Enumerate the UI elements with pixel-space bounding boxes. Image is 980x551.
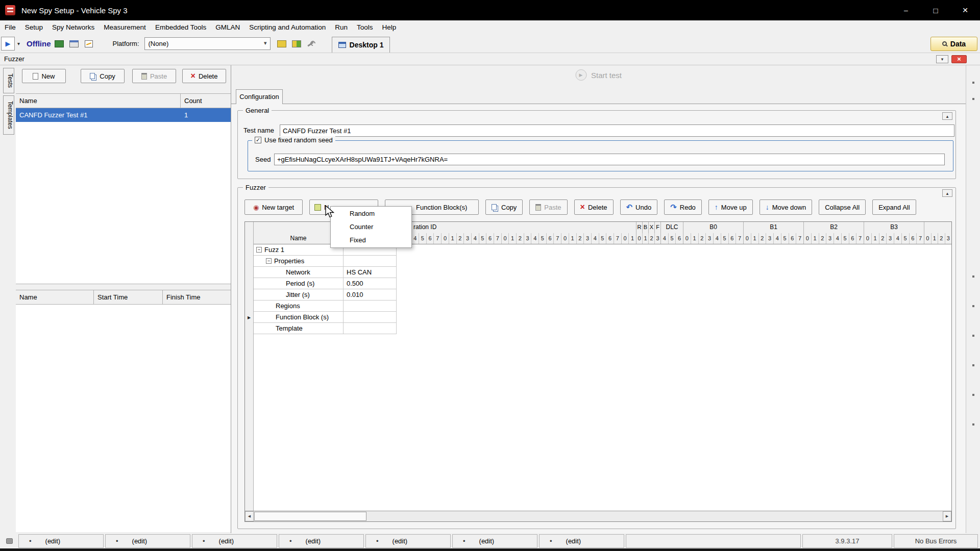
data-button[interactable]: Data bbox=[930, 37, 977, 51]
minimize-button[interactable] bbox=[891, 0, 921, 20]
redo-button[interactable]: Redo bbox=[664, 199, 702, 215]
status-edit-slot[interactable]: (edit) bbox=[18, 534, 104, 548]
menu-item-file[interactable]: File bbox=[0, 20, 20, 35]
row-label: Network bbox=[286, 268, 310, 276]
move-up-label: Move up bbox=[721, 204, 747, 211]
table-row[interactable]: Period (s) 0.500 bbox=[254, 278, 951, 289]
expand-all-button[interactable]: Expand All bbox=[872, 199, 916, 215]
menu-item-spy-networks[interactable]: Spy Networks bbox=[47, 20, 99, 35]
edit-label: (edit) bbox=[479, 537, 495, 545]
hardware-setup-button[interactable] bbox=[53, 37, 66, 51]
edit-setup-button[interactable] bbox=[82, 37, 95, 51]
table-row[interactable]: Function Block (s) bbox=[254, 312, 951, 323]
new-target-button[interactable]: New target bbox=[244, 199, 303, 215]
run-dropdown-button[interactable] bbox=[15, 37, 22, 51]
platform-select[interactable]: (None) bbox=[144, 37, 271, 50]
bit-index-cell: 1 bbox=[629, 233, 636, 244]
tree-collapse-toggle[interactable] bbox=[256, 247, 262, 253]
status-edit-slot[interactable]: (edit) bbox=[105, 534, 190, 548]
status-edit-slot[interactable]: (edit) bbox=[452, 534, 537, 548]
table-row-selected[interactable]: CANFD Fuzzer Test #1 1 bbox=[16, 108, 231, 122]
menu-item-scripting-and-automation[interactable]: Scripting and Automation bbox=[244, 20, 330, 35]
bit-index-cell: 3 bbox=[464, 233, 472, 244]
paste-button[interactable]: Paste bbox=[529, 199, 567, 215]
run-button[interactable] bbox=[1, 37, 15, 51]
menu-item-gmlan[interactable]: GMLAN bbox=[211, 20, 244, 35]
collapse-all-button[interactable]: Collapse All bbox=[819, 199, 866, 215]
use-fixed-random-seed-checkbox[interactable] bbox=[255, 137, 261, 143]
platform-setup-button[interactable] bbox=[275, 37, 288, 51]
table-row[interactable]: Properties bbox=[254, 256, 951, 267]
tab-desktop-1[interactable]: Desktop 1 bbox=[332, 37, 390, 53]
row-value-cell[interactable]: 0.010 bbox=[344, 289, 397, 300]
table-row[interactable]: Template bbox=[254, 323, 951, 334]
column-header-count[interactable]: Count bbox=[181, 94, 231, 108]
scroll-left-button[interactable] bbox=[245, 511, 254, 521]
bit-index-cell: 7 bbox=[917, 233, 924, 244]
scroll-thumb[interactable] bbox=[254, 512, 366, 521]
menu-item-measurement[interactable]: Measurement bbox=[99, 20, 151, 35]
row-value-cell[interactable] bbox=[344, 312, 397, 323]
table-row[interactable]: Regions bbox=[254, 300, 951, 312]
panel-title: Fuzzer bbox=[4, 55, 24, 63]
row-value-cell[interactable]: 0.500 bbox=[344, 278, 397, 289]
b2-bit-index-cells: 01234567 bbox=[804, 233, 864, 244]
status-edit-slot[interactable]: (edit) bbox=[539, 534, 624, 548]
panel-collapse-button[interactable] bbox=[936, 55, 948, 63]
tab-templates[interactable]: Templates bbox=[3, 95, 14, 135]
move-down-button[interactable]: Move down bbox=[760, 199, 812, 215]
menu-item-help[interactable]: Help bbox=[378, 20, 401, 35]
delete-test-button[interactable]: Delete bbox=[182, 69, 226, 83]
start-test-button[interactable]: Start test bbox=[575, 69, 622, 81]
bit-index-cell: 1 bbox=[691, 233, 699, 244]
row-value-cell[interactable] bbox=[344, 300, 397, 312]
status-edit-slot[interactable]: (edit) bbox=[279, 534, 364, 548]
row-value-cell[interactable]: HS CAN bbox=[344, 267, 397, 278]
status-edit-slot[interactable]: (edit) bbox=[192, 534, 277, 548]
test-name-input[interactable] bbox=[280, 124, 954, 137]
row-value-cell[interactable] bbox=[344, 323, 397, 334]
menu-item-run[interactable]: Run bbox=[330, 20, 352, 35]
general-collapse-button[interactable] bbox=[942, 112, 952, 120]
tab-configuration[interactable]: Configuration bbox=[236, 89, 283, 104]
menu-item-tools[interactable]: Tools bbox=[352, 20, 378, 35]
undo-button[interactable]: Undo bbox=[620, 199, 658, 215]
flag-bit-index-cells: 0123 bbox=[636, 233, 661, 244]
column-header-start-time[interactable]: Start Time bbox=[94, 290, 163, 304]
column-header-name[interactable]: Name bbox=[16, 290, 94, 304]
status-edit-slot[interactable]: (edit) bbox=[365, 534, 451, 548]
column-header-x: X bbox=[649, 222, 655, 233]
seed-input[interactable] bbox=[274, 154, 945, 165]
tree-collapse-toggle[interactable] bbox=[266, 258, 272, 264]
panel-close-button[interactable] bbox=[951, 55, 967, 63]
maximize-button[interactable] bbox=[921, 0, 950, 20]
logger-setup-button[interactable] bbox=[67, 37, 81, 51]
scroll-right-button[interactable] bbox=[943, 511, 951, 521]
paste-test-button[interactable]: Paste bbox=[132, 69, 176, 83]
platform-config-button[interactable] bbox=[305, 37, 318, 51]
row-value-cell[interactable] bbox=[344, 256, 397, 267]
horizontal-scrollbar[interactable] bbox=[245, 511, 951, 521]
tab-tests[interactable]: Tests bbox=[3, 68, 14, 93]
bit-index-cell: 2 bbox=[699, 233, 706, 244]
menu-item-fixed[interactable]: Fixed bbox=[331, 234, 411, 247]
column-header-name[interactable]: Name bbox=[16, 94, 181, 108]
column-header-finish-time[interactable]: Finish Time bbox=[163, 290, 231, 304]
table-row[interactable]: Jitter (s) 0.010 bbox=[254, 289, 951, 300]
bit-index-cell: 0 bbox=[636, 233, 643, 244]
menu-item-embedded-tools[interactable]: Embedded Tools bbox=[151, 20, 211, 35]
close-button[interactable] bbox=[950, 0, 980, 20]
b0-bit-index-cells: 01234567 bbox=[683, 233, 744, 244]
column-header-b3: B3 bbox=[864, 222, 924, 233]
table-row[interactable]: Network HS CAN bbox=[254, 267, 951, 278]
delete-button[interactable]: Delete bbox=[574, 199, 614, 215]
new-test-button[interactable]: New bbox=[22, 69, 66, 83]
menu-item-random[interactable]: Random bbox=[331, 207, 411, 220]
menu-item-counter[interactable]: Counter bbox=[331, 220, 411, 234]
menu-item-setup[interactable]: Setup bbox=[20, 20, 47, 35]
copy-button[interactable]: Copy bbox=[485, 199, 523, 215]
platform-sync-button[interactable] bbox=[290, 37, 303, 51]
copy-test-button[interactable]: Copy bbox=[81, 69, 125, 83]
fuzzer-collapse-button[interactable] bbox=[942, 189, 952, 197]
move-up-button[interactable]: Move up bbox=[708, 199, 753, 215]
